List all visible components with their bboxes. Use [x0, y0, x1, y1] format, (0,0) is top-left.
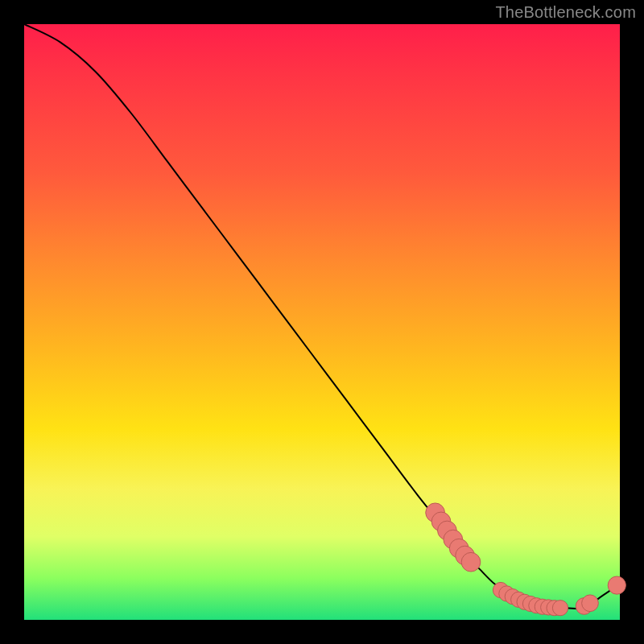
curve-marker — [608, 576, 625, 594]
bottleneck-curve — [24, 24, 620, 609]
curve-marker — [552, 601, 568, 616]
attribution-text: TheBottleneck.com — [495, 3, 636, 22]
chart-svg-layer — [24, 24, 620, 620]
curve-marker — [461, 552, 481, 572]
curve-marker — [582, 595, 599, 612]
curve-markers — [426, 503, 626, 616]
chart-stage: TheBottleneck.com — [0, 0, 644, 644]
